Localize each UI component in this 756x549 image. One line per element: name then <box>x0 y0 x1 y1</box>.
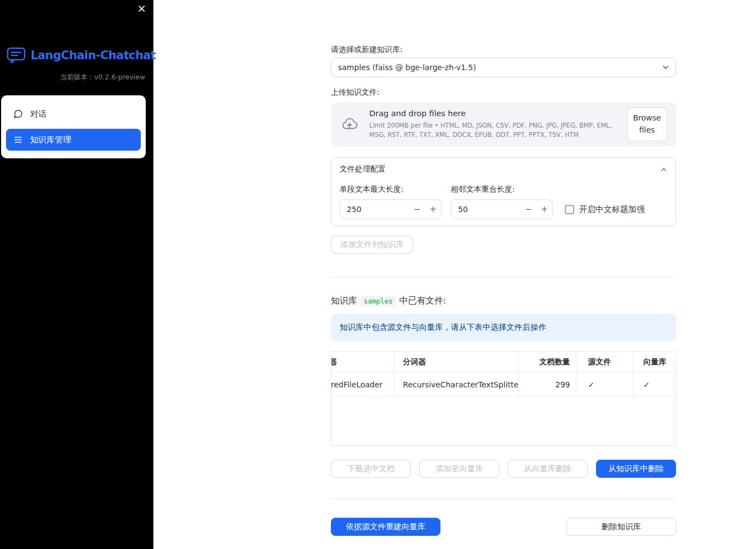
overlap-input[interactable]: 50 − + <box>451 199 553 219</box>
overlap-label: 相邻文本重合长度: <box>451 185 553 194</box>
max-length-increment-button[interactable]: + <box>425 200 441 219</box>
overlap-field: 相邻文本重合长度: 50 − + <box>451 185 553 219</box>
chevron-down-icon <box>661 63 670 72</box>
kb-name-code: samples <box>361 296 396 306</box>
col-vector-store-header: 向量库 <box>633 352 675 373</box>
delete-kb-button[interactable]: 删除知识库 <box>566 518 676 536</box>
existing-files-heading: 知识库 samples 中已有文件: <box>331 295 676 307</box>
sidebar: × LangChain-Chatchat 当前版本：v0.2.6-preview… <box>0 0 153 549</box>
kb-selectbox-value: samples (faiss @ bge-large-zh-v1.5) <box>338 63 476 72</box>
logo-chat-icon <box>7 47 26 64</box>
existing-files-suffix: 中已有文件: <box>399 295 446 307</box>
info-alert: 知识库中包含源文件与向量库，请从下表中选择文件后操作 <box>331 314 676 341</box>
add-files-to-kb-button[interactable]: 添加文件到知识库 <box>331 236 413 254</box>
add-to-vector-store-button[interactable]: 添加至向量库 <box>419 460 499 478</box>
download-selected-button[interactable]: 下载选中文档 <box>331 460 411 478</box>
version-label: 当前版本：v0.2.6-preview <box>0 73 145 82</box>
file-action-buttons: 下载选中文档 添加至向量库 从向量库删除 从知识库中删除 <box>331 460 676 478</box>
sidebar-close-icon[interactable]: × <box>137 3 146 14</box>
divider <box>331 499 676 499</box>
cell-doc-count[interactable]: 299 <box>519 373 576 397</box>
overlap-value[interactable]: 50 <box>451 205 520 214</box>
cell-source-file-check[interactable]: ✓ <box>576 373 634 397</box>
kb-select-label: 请选择或新建知识库: <box>331 45 676 54</box>
cell-vector-store-check[interactable]: ✓ <box>633 373 675 397</box>
uploader-drag-text: Drag and drop files here <box>369 109 627 118</box>
col-loader-header: 器 <box>331 352 394 373</box>
sidebar-item-dialogue[interactable]: 对话 <box>6 103 141 125</box>
delete-from-kb-button[interactable]: 从知识库中删除 <box>596 460 676 478</box>
app-logo: LangChain-Chatchat <box>7 47 153 64</box>
chat-bubble-icon <box>13 109 23 119</box>
col-doc-count-header: 文档数量 <box>519 352 576 373</box>
rebuild-vector-store-button[interactable]: 依据源文件重建向量库 <box>331 518 440 536</box>
upload-label: 上传知识文件: <box>331 88 676 97</box>
list-icon <box>13 135 23 145</box>
expander-title: 文件处理配置 <box>340 164 386 174</box>
uploader-limit-text: Limit 200MB per file • HTML, MD, JSON, C… <box>369 121 627 139</box>
zh-title-enhance-checkbox[interactable] <box>565 205 574 214</box>
uploader-text: Drag and drop files here Limit 200MB per… <box>369 109 627 139</box>
sidebar-item-label: 知识库管理 <box>30 135 71 145</box>
existing-files-prefix: 知识库 <box>331 295 357 307</box>
overlap-decrement-button[interactable]: − <box>520 200 536 219</box>
sidebar-menu: 对话 知识库管理 <box>1 95 146 158</box>
browse-files-button[interactable]: Browse files <box>627 107 667 141</box>
chevron-up-icon <box>660 165 668 174</box>
expander-body: 单段文本最大长度: 250 − + 相邻文本重合长度: 50 − + 开启中文标… <box>331 179 675 226</box>
max-length-input[interactable]: 250 − + <box>340 199 442 219</box>
table-header-row: 器 分词器 文档数量 源文件 向量库 <box>331 352 675 373</box>
file-uploader-dropzone[interactable]: Drag and drop files here Limit 200MB per… <box>331 102 676 146</box>
file-config-expander: 文件处理配置 单段文本最大长度: 250 − + 相邻文本重合长度: 50 <box>331 157 676 226</box>
delete-from-vector-store-button[interactable]: 从向量库删除 <box>508 460 588 478</box>
overlap-increment-button[interactable]: + <box>536 200 552 219</box>
files-table: 器 分词器 文档数量 源文件 向量库 redFileLoader Recursi… <box>331 351 676 446</box>
max-length-value[interactable]: 250 <box>340 205 409 214</box>
max-length-field: 单段文本最大长度: 250 − + <box>340 185 442 219</box>
sidebar-item-label: 对话 <box>30 109 47 119</box>
col-splitter-header: 分词器 <box>394 352 519 373</box>
cell-loader[interactable]: redFileLoader <box>331 373 394 397</box>
table-row[interactable]: redFileLoader RecursiveCharacterTextSpli… <box>331 373 675 397</box>
zh-title-enhance-field: 开启中文标题加强 <box>565 199 645 219</box>
zh-title-enhance-label: 开启中文标题加强 <box>579 204 645 215</box>
expander-header[interactable]: 文件处理配置 <box>331 158 675 179</box>
col-source-file-header: 源文件 <box>576 352 634 373</box>
logo-text: LangChain-Chatchat <box>31 49 156 62</box>
kb-management-buttons: 依据源文件重建向量库 删除知识库 <box>331 518 676 536</box>
max-length-label: 单段文本最大长度: <box>340 185 442 194</box>
sidebar-item-knowledge-base[interactable]: 知识库管理 <box>6 129 141 151</box>
kb-selectbox[interactable]: samples (faiss @ bge-large-zh-v1.5) <box>331 58 676 77</box>
upload-cloud-icon <box>340 116 359 133</box>
main-content: 请选择或新建知识库: samples (faiss @ bge-large-zh… <box>331 0 676 536</box>
divider <box>331 277 676 277</box>
max-length-decrement-button[interactable]: − <box>409 200 425 219</box>
cell-splitter[interactable]: RecursiveCharacterTextSplitter <box>394 373 519 397</box>
